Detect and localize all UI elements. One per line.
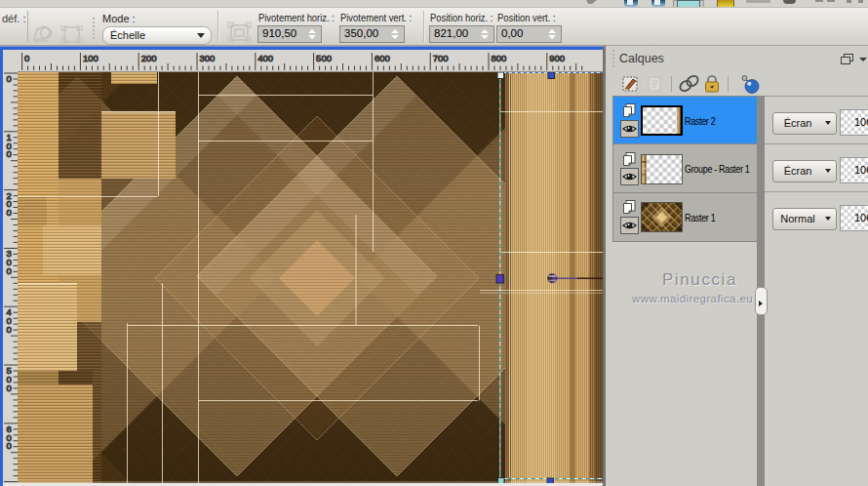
svg-text:400: 400 bbox=[7, 306, 12, 335]
svg-text:500: 500 bbox=[7, 365, 12, 393]
svg-text:100: 100 bbox=[7, 132, 12, 160]
svg-text:0: 0 bbox=[7, 73, 12, 84]
svg-text:700: 700 bbox=[433, 53, 449, 63]
svg-text:0: 0 bbox=[24, 53, 29, 63]
svg-text:200: 200 bbox=[141, 53, 157, 63]
svg-text:900: 900 bbox=[549, 53, 565, 63]
svg-text:200: 200 bbox=[7, 190, 12, 219]
svg-text:400: 400 bbox=[257, 53, 273, 63]
svg-text:300: 300 bbox=[7, 248, 12, 276]
svg-text:300: 300 bbox=[200, 53, 216, 63]
svg-text:500: 500 bbox=[316, 53, 332, 63]
svg-text:600: 600 bbox=[375, 53, 390, 63]
svg-text:800: 800 bbox=[492, 53, 507, 63]
svg-text:600: 600 bbox=[7, 424, 12, 452]
svg-text:100: 100 bbox=[83, 53, 99, 63]
